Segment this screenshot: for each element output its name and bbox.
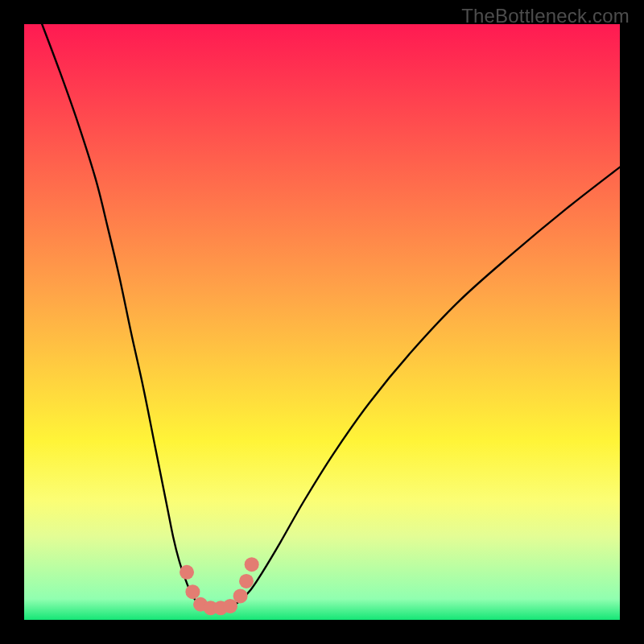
- marker-dot: [185, 584, 200, 599]
- marker-dot: [239, 574, 254, 588]
- chart-frame: TheBottleneck.com: [0, 0, 644, 644]
- marker-dot: [245, 557, 259, 572]
- gradient-background: [24, 24, 620, 620]
- plot-area: [24, 24, 620, 620]
- marker-dot: [180, 565, 194, 580]
- marker-dot: [233, 588, 248, 603]
- chart-svg: [24, 24, 620, 620]
